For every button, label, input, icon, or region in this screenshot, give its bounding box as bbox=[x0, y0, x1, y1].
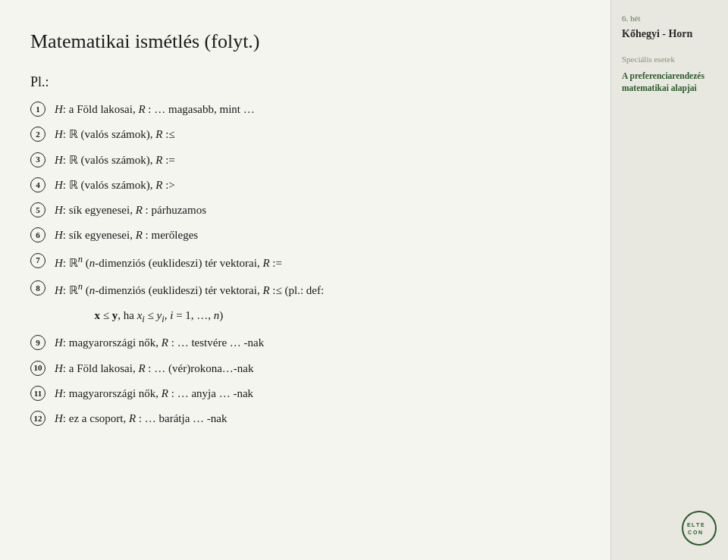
list-item: 1 H: a Föld lakosai, R : … magasabb, min… bbox=[30, 101, 573, 118]
item-number-11: 11 bbox=[30, 386, 46, 401]
list-item: 6 H: sík egyenesei, R : merőleges bbox=[30, 227, 573, 244]
item-number-3: 3 bbox=[30, 152, 46, 167]
item-number-9: 9 bbox=[30, 335, 46, 350]
svg-text:E: E bbox=[687, 522, 691, 527]
pl-label: Pl.: bbox=[30, 74, 573, 90]
list-item-indent: x ≤ y, ha xi ≤ yi, i = 1, …, n) bbox=[30, 307, 573, 327]
list-item: 4 H: ℝ (valós számok), R :> bbox=[30, 177, 573, 194]
item-text-11: H: magyarországi nők, R : … anyja … -nak bbox=[55, 385, 573, 402]
sidebar-week: 6. hét bbox=[622, 14, 717, 23]
item-number-1: 1 bbox=[30, 102, 46, 117]
item-text-7: H: ℝn (n-dimenziós (euklideszi) tér vekt… bbox=[55, 252, 573, 272]
page-title: Matematikai ismétlés (folyt.) bbox=[30, 30, 573, 53]
sidebar-section-label: Speciális esetek bbox=[622, 55, 717, 64]
item-text-3: H: ℝ (valós számok), R := bbox=[55, 152, 573, 169]
item-text-6: H: sík egyenesei, R : merőleges bbox=[55, 227, 573, 244]
svg-text:E: E bbox=[701, 522, 704, 527]
item-number-6: 6 bbox=[30, 227, 46, 242]
svg-text:T: T bbox=[696, 522, 700, 527]
list-item: 9 H: magyarországi nők, R : … testvére …… bbox=[30, 334, 573, 352]
sidebar: 6. hét Kőhegyi - Horn Speciális esetek A… bbox=[610, 0, 728, 560]
item-text-4: H: ℝ (valós számok), R :> bbox=[55, 177, 573, 194]
item-text-8b: x ≤ y, ha xi ≤ yi, i = 1, …, n) bbox=[55, 309, 223, 321]
item-number-5: 5 bbox=[30, 202, 46, 217]
list-item: 10 H: a Föld lakosai, R : … (vér)rokona…… bbox=[30, 360, 573, 377]
sidebar-course-title: Kőhegyi - Horn bbox=[622, 27, 717, 41]
list-item: 12 H: ez a csoport, R : … barátja … -nak bbox=[30, 410, 573, 427]
sidebar-logo: E L T E C O N bbox=[622, 510, 717, 546]
list-item: 8 H: ℝn (n-dimenziós (euklideszi) tér ve… bbox=[30, 280, 573, 299]
svg-text:L: L bbox=[692, 522, 695, 527]
main-content: Matematikai ismétlés (folyt.) Pl.: 1 H: … bbox=[0, 0, 610, 560]
item-text-8: H: ℝn (n-dimenziós (euklideszi) tér vekt… bbox=[55, 280, 573, 299]
item-number-4: 4 bbox=[30, 177, 46, 192]
item-number-10: 10 bbox=[30, 361, 46, 376]
item-number-12: 12 bbox=[30, 411, 46, 426]
item-text-2: H: ℝ (valós számok), R :≤ bbox=[55, 126, 573, 143]
item-text-5: H: sík egyenesei, R : párhuzamos bbox=[55, 202, 573, 219]
item-number-8: 8 bbox=[30, 280, 46, 296]
item-text-1: H: a Föld lakosai, R : … magasabb, mint … bbox=[55, 101, 573, 118]
svg-text:O: O bbox=[693, 530, 698, 535]
item-number-7: 7 bbox=[30, 253, 46, 268]
list-item: 2 H: ℝ (valós számok), R :≤ bbox=[30, 126, 573, 143]
sidebar-nav-item[interactable]: A preferenciarendezés matematikai alapja… bbox=[622, 70, 717, 94]
items-list: 1 H: a Föld lakosai, R : … magasabb, min… bbox=[30, 101, 573, 427]
list-item: 3 H: ℝ (valós számok), R := bbox=[30, 152, 573, 169]
list-item: 11 H: magyarországi nők, R : … anyja … -… bbox=[30, 385, 573, 402]
svg-text:C: C bbox=[688, 530, 692, 535]
item-text-10: H: a Föld lakosai, R : … (vér)rokona…-na… bbox=[55, 360, 573, 377]
item-text-12: H: ez a csoport, R : … barátja … -nak bbox=[55, 410, 573, 427]
svg-point-0 bbox=[682, 512, 716, 545]
list-item: 7 H: ℝn (n-dimenziós (euklideszi) tér ve… bbox=[30, 252, 573, 272]
item-text-9: H: magyarországi nők, R : … testvére … -… bbox=[55, 334, 573, 352]
list-item: 5 H: sík egyenesei, R : párhuzamos bbox=[30, 202, 573, 219]
elte-con-logo: E L T E C O N bbox=[681, 510, 717, 546]
item-number-2: 2 bbox=[30, 127, 46, 142]
svg-text:N: N bbox=[698, 530, 702, 535]
